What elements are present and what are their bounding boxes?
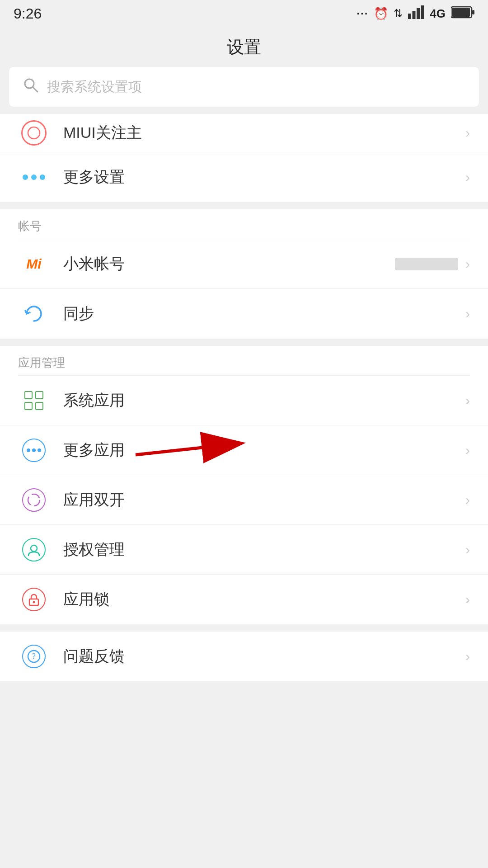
- status-time: 9:26: [14, 5, 42, 22]
- svg-point-14: [31, 545, 37, 552]
- mi-account-label: 小米帐号: [63, 254, 395, 274]
- sync-item[interactable]: 同步 ›: [0, 289, 488, 339]
- mi-account-item[interactable]: Mi 小米帐号 ›: [0, 239, 488, 289]
- app-management-section-label: 应用管理: [0, 346, 488, 375]
- system-apps-label: 系统应用: [63, 390, 465, 411]
- miui-icon: [18, 117, 50, 149]
- svg-point-16: [33, 601, 35, 604]
- svg-rect-2: [417, 8, 420, 19]
- feedback-item[interactable]: ? 问题反馈 ›: [0, 632, 488, 681]
- more-apps-label: 更多应用: [63, 440, 465, 461]
- svg-point-13: [28, 494, 40, 506]
- more-settings-icon: [18, 161, 50, 193]
- auth-management-icon: [18, 534, 50, 566]
- svg-line-8: [33, 87, 38, 92]
- network-4g: 4G: [430, 7, 446, 21]
- more-apps-icon: [18, 434, 50, 466]
- svg-point-9: [28, 127, 40, 139]
- signal-dots: ···: [357, 7, 368, 20]
- system-apps-chevron: ›: [465, 393, 470, 408]
- sync-label: 同步: [63, 303, 465, 324]
- more-settings-label: 更多设置: [63, 167, 465, 188]
- mi-account-value: [395, 258, 458, 270]
- more-settings-chevron: ›: [465, 170, 470, 185]
- alarm-icon: ⏰: [374, 7, 388, 21]
- auth-management-chevron: ›: [465, 542, 470, 557]
- feedback-section: ? 问题反馈 ›: [0, 632, 488, 681]
- system-apps-icon: [18, 385, 50, 416]
- page-title-bar: 设置: [0, 27, 488, 67]
- miui-forum-item[interactable]: MIUI关注主 ›: [0, 114, 488, 152]
- svg-rect-6: [472, 10, 474, 14]
- page-title: 设置: [227, 36, 261, 59]
- mi-account-icon: Mi: [18, 248, 50, 280]
- sync-chevron: ›: [465, 306, 470, 321]
- dual-app-label: 应用双开: [63, 490, 465, 510]
- sync-icon: [18, 298, 50, 330]
- svg-rect-3: [421, 5, 424, 19]
- app-lock-item[interactable]: 应用锁 ›: [0, 575, 488, 624]
- more-apps-item[interactable]: 更多应用 ›: [0, 425, 488, 475]
- feedback-icon: ?: [18, 641, 50, 672]
- feedback-chevron: ›: [465, 649, 470, 664]
- feedback-label: 问题反馈: [63, 646, 465, 667]
- dual-app-icon: [18, 484, 50, 516]
- account-section-label: 帐号: [0, 209, 488, 239]
- search-icon: [23, 77, 39, 97]
- app-lock-chevron: ›: [465, 592, 470, 607]
- app-lock-label: 应用锁: [63, 589, 465, 610]
- svg-rect-0: [408, 14, 411, 19]
- dual-app-chevron: ›: [465, 492, 470, 508]
- signal-bars-icon: [408, 5, 424, 22]
- search-placeholder: 搜索系统设置项: [47, 78, 142, 96]
- account-section: 帐号 Mi 小米帐号 › 同步 ›: [0, 209, 488, 339]
- miui-forum-chevron: ›: [465, 125, 470, 141]
- auth-management-item[interactable]: 授权管理 ›: [0, 525, 488, 575]
- auth-management-label: 授权管理: [63, 539, 465, 560]
- signal-swap-icon: ⇅: [394, 7, 403, 20]
- mi-account-chevron: ›: [465, 256, 470, 272]
- miui-forum-label: MIUI关注主: [63, 123, 465, 143]
- top-section: MIUI关注主 › 更多设置 ›: [0, 114, 488, 202]
- app-management-section: 应用管理 系统应用 › 更多应用 ›: [0, 346, 488, 624]
- system-apps-item[interactable]: 系统应用 ›: [0, 376, 488, 425]
- more-settings-item[interactable]: 更多设置 ›: [0, 152, 488, 202]
- status-icons: ··· ⏰ ⇅ 4G: [357, 5, 474, 22]
- more-apps-chevron: ›: [465, 443, 470, 458]
- svg-text:?: ?: [32, 652, 36, 661]
- svg-rect-1: [413, 11, 416, 19]
- app-lock-icon: [18, 584, 50, 615]
- dual-app-item[interactable]: 应用双开 ›: [0, 475, 488, 525]
- search-bar[interactable]: 搜索系统设置项: [9, 67, 479, 107]
- battery-icon: [451, 6, 474, 22]
- svg-rect-5: [452, 8, 470, 17]
- status-bar: 9:26 ··· ⏰ ⇅ 4G: [0, 0, 488, 27]
